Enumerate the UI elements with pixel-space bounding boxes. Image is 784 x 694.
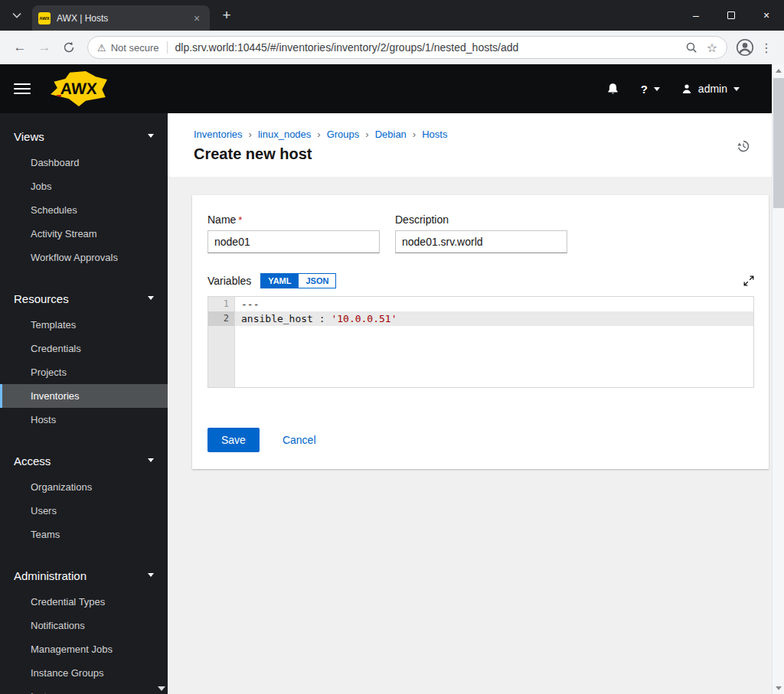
browser-menu-icon[interactable]: ⋮ [756,36,776,59]
breadcrumb: Inventories › linux_nodes › Groups › Deb… [194,129,753,140]
section-label: Resources [14,292,69,305]
code-key: ansible_host : [241,313,331,324]
breadcrumb-separator: › [317,129,320,140]
browser-tab-strip: AWX AWX | Hosts × + – × [0,0,784,31]
sidebar-item-projects[interactable]: Projects [0,360,168,384]
editor-line-gutter: 1 2 [208,297,235,387]
window-close-button[interactable]: × [749,0,784,31]
name-input[interactable] [207,230,380,253]
main-content: Inventories › linux_nodes › Groups › Deb… [168,113,772,694]
user-menu[interactable]: admin [681,83,740,95]
breadcrumb-separator: › [365,129,368,140]
description-field-group: Description [395,213,567,253]
forward-button[interactable]: → [32,35,57,60]
new-tab-button[interactable]: + [216,5,237,26]
page-region: AWX ? admin [0,64,772,694]
scrollbar-thumb[interactable] [773,78,784,208]
breadcrumb-link-linux-nodes[interactable]: linux_nodes [258,129,311,140]
sidebar-item-instance-groups[interactable]: Instance Groups [0,661,168,685]
name-field-group: Name* [207,213,380,253]
browser-tab[interactable]: AWX AWX | Hosts × [32,5,210,31]
sidebar-item-dashboard[interactable]: Dashboard [0,151,168,174]
form-fields-row: Name* Description [207,213,754,253]
sidebar-item-teams[interactable]: Teams [0,523,168,546]
section-label: Access [14,455,51,468]
section-label: Administration [14,569,87,582]
awx-logo[interactable]: AWX [51,71,107,106]
window-controls: – × [678,0,784,31]
activity-history-button[interactable] [737,139,750,153]
url-text[interactable]: dlp.srv.world:10445/#/inventories/invent… [175,41,676,54]
create-host-card: Name* Description Variables [192,195,769,469]
variables-row: Variables YAML JSON [207,273,754,288]
sidebar-item-schedules[interactable]: Schedules [0,198,168,222]
sidebar-item-credentials[interactable]: Credentials [0,337,168,360]
sidebar-section-header-administration[interactable]: Administration [0,562,168,590]
not-secure-label[interactable]: Not secure [111,42,159,54]
notifications-button[interactable] [606,83,619,96]
reload-icon [63,41,75,54]
expand-editor-button[interactable] [743,275,754,286]
tab-close-icon[interactable]: × [190,11,204,25]
chevron-down-icon [148,296,154,303]
page-header: Inventories › linux_nodes › Groups › Deb… [168,113,772,177]
sidebar-item-organizations[interactable]: Organizations [0,475,168,499]
yaml-toggle-button[interactable]: YAML [260,273,299,288]
chevron-down-icon [733,87,740,94]
sidebar-section-resources: Resources Templates Credentials Projects… [0,285,168,432]
sidebar-item-management-jobs[interactable]: Management Jobs [0,637,168,661]
code-line-2: ansible_host : '10.0.0.51' [235,311,753,326]
breadcrumb-link-inventories[interactable]: Inventories [194,129,243,140]
cancel-button[interactable]: Cancel [283,434,316,446]
editor-code-area[interactable]: --- ansible_host : '10.0.0.51' [235,297,753,387]
sidebar-item-credential-types[interactable]: Credential Types [0,590,168,614]
tab-title: AWX | Hosts [57,13,190,24]
window-maximize-button[interactable] [714,0,749,31]
scrollbar-down-arrow[interactable] [773,682,784,694]
description-input[interactable] [395,230,567,253]
nav-toggle-hamburger-icon[interactable] [14,83,31,94]
breadcrumb-link-hosts[interactable]: Hosts [422,129,447,140]
zoom-icon[interactable] [685,41,697,54]
page-title: Create new host [194,145,753,163]
sidebar-item-hosts[interactable]: Hosts [0,408,168,432]
content-area: Name* Description Variables [168,177,772,694]
scrollbar-up-arrow[interactable] [773,64,784,77]
sidebar-scroll-down-icon[interactable] [158,686,165,691]
awx-favicon-icon: AWX [38,12,51,24]
reload-button[interactable] [57,35,81,60]
sidebar-item-notifications[interactable]: Notifications [0,614,168,637]
breadcrumb-link-debian[interactable]: Debian [375,129,407,140]
sidebar-item-templates[interactable]: Templates [0,313,168,337]
sidebar-item-instances[interactable]: Instances [0,685,168,694]
json-toggle-button[interactable]: JSON [299,273,336,288]
help-menu[interactable]: ? [641,83,660,96]
address-bar[interactable]: ⚠ Not secure dlp.srv.world:10445/#/inven… [87,36,727,59]
back-button[interactable]: ← [8,35,32,60]
awx-logo-text: AWX [60,80,98,98]
omnibox-divider [167,41,168,54]
sidebar-item-workflow-approvals[interactable]: Workflow Approvals [0,246,168,269]
form-actions: Save Cancel [207,428,754,452]
sidebar-item-activity-stream[interactable]: Activity Stream [0,222,168,246]
sidebar-item-users[interactable]: Users [0,499,168,523]
description-field-label: Description [395,213,567,226]
sidebar-section-header-views[interactable]: Views [0,122,168,151]
code-line-1: --- [235,297,753,311]
tab-search-chevron-icon[interactable] [6,5,28,26]
profile-avatar-icon[interactable] [733,36,756,59]
breadcrumb-link-groups[interactable]: Groups [327,129,360,140]
variables-label: Variables [207,275,251,287]
sidebar-section-views: Views Dashboard Jobs Schedules Activity … [0,122,168,269]
sidebar-section-header-resources[interactable]: Resources [0,285,168,313]
masthead-actions: ? admin [606,83,758,96]
page-scrollbar[interactable] [772,64,784,694]
bookmark-star-icon[interactable]: ☆ [707,41,717,55]
line-number-active: 2 [208,311,234,326]
save-button[interactable]: Save [207,428,260,452]
sidebar-section-header-access[interactable]: Access [0,447,168,475]
window-minimize-button[interactable]: – [678,0,714,31]
sidebar-item-inventories[interactable]: Inventories [0,384,168,408]
code-string-value: '10.0.0.51' [331,313,397,324]
sidebar-item-jobs[interactable]: Jobs [0,174,168,198]
